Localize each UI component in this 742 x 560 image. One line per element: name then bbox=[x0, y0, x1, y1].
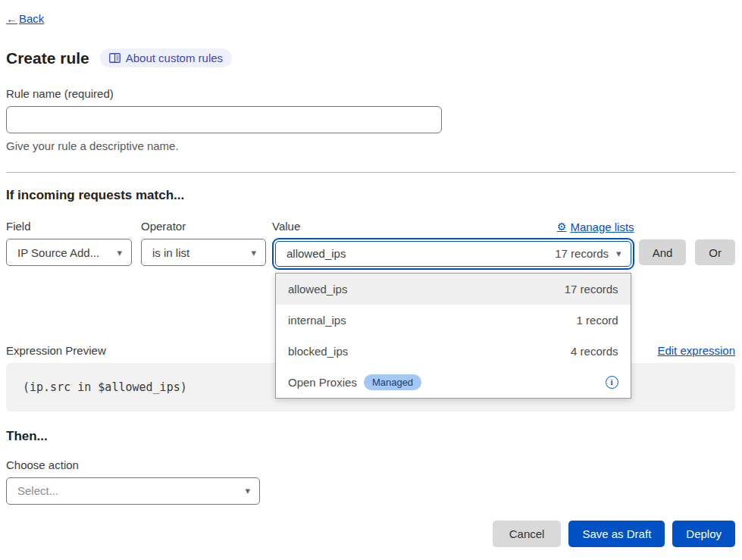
list-item-name: blocked_ips bbox=[288, 345, 348, 358]
chevron-down-icon: ▾ bbox=[616, 248, 621, 259]
value-column: Value ⚙ Manage lists allowed_ips 17 reco… bbox=[272, 220, 634, 270]
back-row: ←Back bbox=[6, 12, 735, 26]
chevron-down-icon: ▾ bbox=[245, 485, 250, 496]
rule-name-input[interactable] bbox=[6, 106, 442, 133]
value-selected-meta: 17 records bbox=[555, 247, 609, 260]
manage-lists-link[interactable]: ⚙ Manage lists bbox=[557, 221, 634, 233]
deploy-button[interactable]: Deploy bbox=[672, 521, 735, 547]
edit-expression-link[interactable]: Edit expression bbox=[657, 344, 735, 357]
action-select-placeholder: Select... bbox=[17, 484, 58, 497]
managed-badge: Managed bbox=[364, 374, 421, 390]
logic-buttons: And Or bbox=[639, 220, 735, 265]
operator-label: Operator bbox=[141, 220, 266, 233]
about-custom-rules-link[interactable]: About custom rules bbox=[100, 48, 232, 67]
then-section: Then... Choose action Select... ▾ bbox=[6, 429, 735, 505]
page-title: Create rule bbox=[6, 49, 89, 67]
list-item-name: Open Proxies bbox=[288, 376, 357, 389]
action-select[interactable]: Select... ▾ bbox=[6, 477, 260, 505]
footer-actions: Cancel Save as Draft Deploy bbox=[6, 521, 735, 547]
rule-name-section: Rule name (required) Give your rule a de… bbox=[6, 87, 735, 152]
list-item-open-proxies[interactable]: Open Proxies Managed i bbox=[276, 367, 631, 398]
then-heading: Then... bbox=[6, 429, 735, 444]
operator-select-value: is in list bbox=[152, 246, 189, 259]
list-dropdown: allowed_ips 17 records internal_ips 1 re… bbox=[275, 273, 631, 399]
list-item-records: 17 records bbox=[565, 283, 618, 296]
value-right-side: 17 records ▾ bbox=[555, 247, 621, 260]
info-icon[interactable]: i bbox=[606, 376, 618, 389]
choose-action-label: Choose action bbox=[6, 458, 735, 471]
list-item-records: 1 record bbox=[577, 314, 618, 327]
title-row: Create rule About custom rules bbox=[6, 48, 735, 67]
field-select[interactable]: IP Source Add... ▾ bbox=[6, 239, 132, 266]
or-button[interactable]: Or bbox=[695, 239, 735, 265]
match-heading: If incoming requests match... bbox=[6, 188, 735, 203]
condition-row: Field IP Source Add... ▾ Operator is in … bbox=[6, 220, 735, 270]
rule-name-helper: Give your rule a descriptive name. bbox=[6, 139, 735, 152]
list-item-blocked-ips[interactable]: blocked_ips 4 records bbox=[276, 336, 631, 367]
value-combobox[interactable]: allowed_ips 17 records ▾ bbox=[275, 241, 631, 267]
value-label-row: Value ⚙ Manage lists bbox=[272, 220, 634, 233]
operator-column: Operator is in list ▾ bbox=[141, 220, 266, 266]
field-select-value: IP Source Add... bbox=[17, 246, 99, 259]
value-selected-text: allowed_ips bbox=[286, 247, 346, 260]
list-item-internal-ips[interactable]: internal_ips 1 record bbox=[276, 305, 631, 336]
book-icon bbox=[109, 53, 121, 63]
value-label: Value bbox=[272, 220, 300, 233]
about-badge-label: About custom rules bbox=[126, 52, 223, 64]
rule-name-label: Rule name (required) bbox=[6, 87, 735, 100]
section-divider bbox=[6, 172, 735, 173]
create-rule-page: ←Back Create rule About custom rules Rul… bbox=[0, 0, 742, 560]
chevron-down-icon: ▾ bbox=[117, 247, 122, 258]
list-item-name: allowed_ips bbox=[288, 283, 347, 296]
back-link[interactable]: ←Back bbox=[6, 12, 44, 25]
chevron-down-icon: ▾ bbox=[251, 247, 256, 258]
expression-code: (ip.src in $allowed_ips) bbox=[23, 380, 187, 394]
back-arrow-icon: ← bbox=[6, 12, 17, 25]
and-button[interactable]: And bbox=[639, 239, 687, 265]
back-label: Back bbox=[19, 12, 44, 25]
field-column: Field IP Source Add... ▾ bbox=[6, 220, 132, 266]
list-item-records: 4 records bbox=[571, 345, 618, 358]
operator-select[interactable]: is in list ▾ bbox=[141, 239, 266, 266]
gear-icon: ⚙ bbox=[557, 221, 567, 233]
value-combobox-ring: allowed_ips 17 records ▾ allowed_ips 17 … bbox=[272, 238, 634, 270]
list-item-allowed-ips[interactable]: allowed_ips 17 records bbox=[276, 274, 631, 305]
expression-preview-label: Expression Preview bbox=[6, 344, 106, 357]
list-item-name: internal_ips bbox=[288, 314, 346, 327]
save-as-draft-button[interactable]: Save as Draft bbox=[568, 521, 665, 547]
cancel-button[interactable]: Cancel bbox=[493, 521, 562, 547]
field-label: Field bbox=[6, 220, 132, 233]
manage-lists-label: Manage lists bbox=[570, 221, 634, 233]
